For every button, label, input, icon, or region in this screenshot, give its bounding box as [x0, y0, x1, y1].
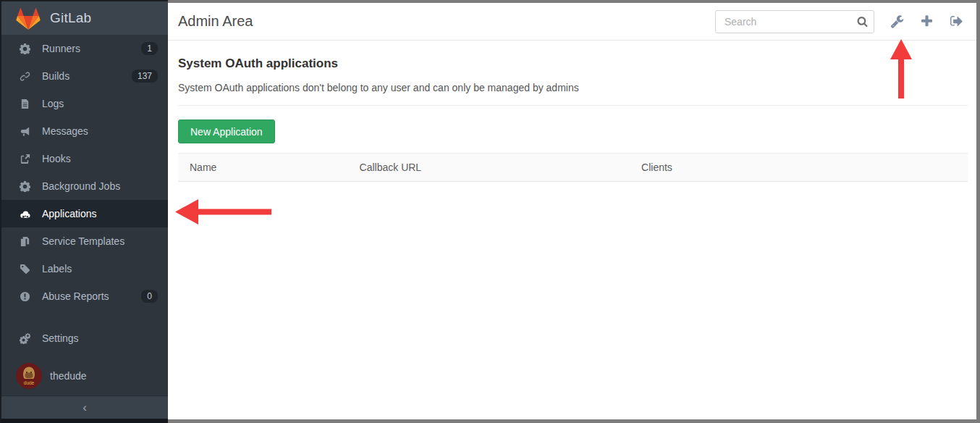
- username: thedude: [50, 370, 87, 382]
- sidebar-header-home-link[interactable]: GitLab: [1, 1, 168, 35]
- cog-icon: [19, 43, 30, 54]
- sidebar-item-messages[interactable]: Messages: [1, 117, 168, 145]
- sidebar-item-logs[interactable]: Logs: [1, 90, 168, 117]
- content: System OAuth applications System OAuth a…: [168, 41, 976, 182]
- link-icon: [19, 70, 30, 82]
- sidebar-item-settings[interactable]: Settings: [1, 324, 168, 352]
- gitlab-tanuki-logo-icon: [16, 7, 41, 30]
- tag-icon: [19, 263, 30, 275]
- admin-wrench-icon[interactable]: [890, 14, 904, 28]
- bullhorn-icon: [19, 125, 30, 137]
- cloud-icon: [19, 208, 30, 219]
- sidebar-item-builds[interactable]: Builds 137: [1, 62, 168, 90]
- count-badge: 0: [141, 290, 158, 303]
- sidebar-item-label: Applications: [42, 208, 97, 219]
- sidebar-item-label: Service Templates: [42, 235, 124, 247]
- sidebar-item-service-templates[interactable]: Service Templates: [1, 227, 168, 255]
- section-description: System OAuth applications don't belong t…: [178, 82, 968, 93]
- sidebar-item-label: Messages: [42, 125, 88, 137]
- exclamation-circle-icon: [19, 290, 30, 302]
- column-header-callback-url: Callback URL: [348, 154, 630, 182]
- top-bar: Admin Area: [168, 3, 976, 41]
- sidebar-item-label: Background Jobs: [42, 180, 120, 192]
- logo-text: GitLab: [50, 10, 91, 26]
- file-icon: [19, 98, 30, 109]
- chevron-left-icon: ‹: [83, 401, 87, 415]
- sidebar-item-label: Logs: [42, 98, 64, 109]
- sidebar-item-background-jobs[interactable]: Background Jobs: [1, 172, 168, 200]
- sidebar-item-label: Labels: [42, 263, 72, 275]
- new-application-button[interactable]: New Application: [178, 120, 275, 143]
- annotation-arrow-left: [175, 198, 272, 225]
- external-link-icon: [19, 153, 30, 164]
- divider: [178, 105, 968, 106]
- column-header-name: Name: [178, 154, 348, 182]
- sidebar: GitLab Runners 1 Builds 137 Logs Message…: [0, 0, 168, 423]
- sidebar-item-label: Builds: [42, 70, 69, 82]
- oauth-applications-table: Name Callback URL Clients: [178, 153, 968, 182]
- sidebar-item-label: Hooks: [42, 153, 71, 164]
- sidebar-collapse-button[interactable]: ‹: [1, 395, 168, 419]
- gears-icon: [19, 332, 30, 344]
- search-box: [715, 10, 874, 33]
- table-header-row: Name Callback URL Clients: [178, 154, 968, 182]
- section-heading: System OAuth applications: [178, 56, 968, 71]
- count-badge: 1: [141, 42, 158, 55]
- sidebar-nav: Runners 1 Builds 137 Logs Messages Hooks…: [1, 35, 168, 310]
- sidebar-item-label: Runners: [42, 43, 80, 54]
- sidebar-item-applications[interactable]: Applications: [1, 200, 168, 227]
- app-window: GitLab Runners 1 Builds 137 Logs Message…: [0, 0, 980, 423]
- sidebar-item-abuse-reports[interactable]: Abuse Reports 0: [1, 282, 168, 310]
- sign-out-icon[interactable]: [950, 14, 963, 28]
- sidebar-bottom: Settings dude thedude: [1, 324, 168, 394]
- sidebar-item-label: Abuse Reports: [42, 290, 109, 302]
- sidebar-item-hooks[interactable]: Hooks: [1, 145, 168, 172]
- page-title: Admin Area: [178, 13, 715, 30]
- count-badge: 137: [132, 70, 158, 83]
- sidebar-item-runners[interactable]: Runners 1: [1, 35, 168, 62]
- search-input[interactable]: [715, 10, 874, 33]
- sidebar-item-labels[interactable]: Labels: [1, 255, 168, 282]
- sidebar-item-label: Settings: [42, 332, 79, 344]
- user-avatar: dude: [16, 363, 42, 389]
- cog-icon: [19, 180, 30, 192]
- copy-icon: [19, 235, 30, 247]
- main-area: Admin Area System OAuth applications Sys…: [168, 0, 980, 423]
- new-project-plus-icon[interactable]: [920, 14, 934, 28]
- column-header-clients: Clients: [630, 154, 968, 182]
- svg-text:dude: dude: [24, 380, 35, 385]
- search-icon[interactable]: [857, 16, 868, 27]
- sidebar-item-user-profile[interactable]: dude thedude: [1, 358, 168, 394]
